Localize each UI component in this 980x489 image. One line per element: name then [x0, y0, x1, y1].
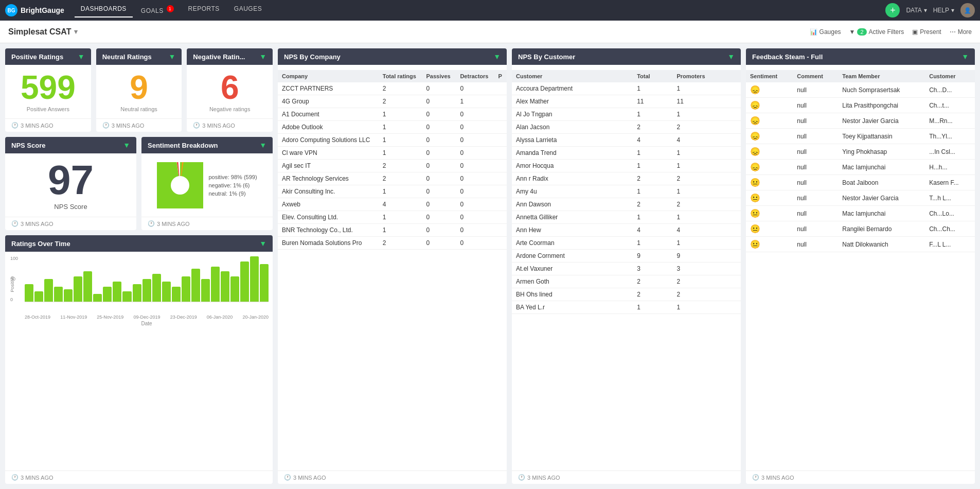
- table-row: 😐nullNestor Javier GarciaT...h L...: [746, 190, 975, 206]
- table-cell: 4: [633, 134, 672, 147]
- nps-filter-icon[interactable]: ▼: [123, 141, 130, 149]
- neutral-ratings-footer: 🕐 3 MINS AGO: [96, 118, 182, 132]
- present-btn[interactable]: ▣ Present: [912, 28, 941, 36]
- table-row: 😐nullBoat JaiboonKasern F...: [746, 175, 975, 190]
- table-row: Cl ware VPN100: [278, 147, 507, 160]
- table-row: Ann Hew44: [512, 224, 741, 237]
- table-row: A1 Document100: [278, 108, 507, 121]
- table-cell: Amor Hocqua: [512, 160, 633, 172]
- add-button[interactable]: +: [885, 3, 900, 18]
- team-member-cell: Rangilei Bernardo: [838, 221, 925, 237]
- table-cell: 0: [422, 134, 456, 147]
- table-cell: At.el Vaxuner: [512, 263, 633, 275]
- more-btn[interactable]: ⋯ More: [950, 28, 972, 36]
- feedback-table-scroll[interactable]: Sentiment Comment Team Member Customer 😞…: [746, 70, 975, 465]
- table-cell: 2: [379, 95, 422, 108]
- table-row: Arte Coorman11: [512, 237, 741, 250]
- table-cell: 0: [456, 134, 494, 147]
- table-cell: Amy 4u: [512, 185, 633, 198]
- sentiment-cell: 😞: [746, 160, 793, 175]
- team-member-cell: Nestor Javier Garcia: [838, 190, 925, 206]
- nps-customer-table-scroll[interactable]: Customer Total Promoters Accoura Departm…: [512, 70, 741, 465]
- sentiment-cell: 😐: [746, 237, 793, 252]
- nps-company-table-scroll[interactable]: Company Total ratings Passives Detractor…: [278, 70, 507, 465]
- chart-bar: [260, 264, 269, 302]
- ratings-filter-icon[interactable]: ▼: [259, 239, 266, 248]
- negative-ratings-body: 6 Negative ratings: [187, 65, 273, 118]
- chart-bar: [103, 287, 112, 302]
- table-row: Annetta Gilliker11: [512, 211, 741, 224]
- chart-bar: [201, 279, 210, 302]
- table-cell: 0: [422, 160, 456, 172]
- table-row: 😐nullNatt DilokwanichF...L L...: [746, 237, 975, 252]
- positive-filter-icon[interactable]: ▼: [78, 53, 85, 61]
- chart-bar: [240, 261, 249, 302]
- comment-cell: null: [793, 175, 838, 190]
- table-cell: 2: [633, 198, 672, 211]
- nps-by-company-widget: NPS By Company ▼ Company Total ratings P…: [278, 48, 507, 484]
- table-cell: 1: [633, 82, 672, 95]
- col-passives: Passives: [422, 70, 456, 82]
- nps-score-label: NPS Score: [54, 203, 87, 211]
- negative-filter-icon[interactable]: ▼: [259, 53, 266, 61]
- neutral-ratings-body: 9 Neutral ratings: [96, 65, 182, 118]
- sentiment-pie-chart: [157, 162, 203, 208]
- nps-by-customer-widget: NPS By Customer ▼ Customer Total Promote…: [512, 48, 741, 484]
- feedback-steam-header: Feedback Steam - Full ▼: [746, 48, 975, 65]
- avatar[interactable]: 👤: [960, 3, 975, 18]
- sentiment-cell: 😞: [746, 144, 793, 160]
- help-menu[interactable]: HELP ▾: [933, 7, 954, 14]
- team-member-cell: Boat Jaiboon: [838, 175, 925, 190]
- table-cell: 0: [422, 224, 456, 237]
- logo: BG BrightGauge: [5, 4, 64, 16]
- table-row: Elev. Consulting Ltd.100: [278, 211, 507, 224]
- logo-text: BrightGauge: [21, 6, 64, 14]
- table-cell: 2: [379, 160, 422, 172]
- table-cell: Ann Dawson: [512, 198, 633, 211]
- team-member-cell: Toey Kijpattanasin: [838, 129, 925, 144]
- ratings-footer: 🕐 3 MINS AGO: [5, 470, 273, 484]
- table-cell: 4: [672, 224, 741, 237]
- chart-x-label-item: 20-Jan-2020: [242, 315, 269, 320]
- sentiment-footer: 🕐 3 MINS AGO: [141, 217, 273, 230]
- team-member-cell: Mac Iamjunchai: [838, 160, 925, 175]
- active-filters-btn[interactable]: ▼ 2 Active Filters: [849, 28, 904, 36]
- neutral-ratings-value: 9: [130, 71, 148, 104]
- customer-cell: Ch...Ch...: [925, 221, 975, 237]
- positive-ratings-footer: 🕐 3 MINS AGO: [5, 118, 91, 132]
- table-row: Amy 4u11: [512, 185, 741, 198]
- nps-company-filter-icon[interactable]: ▼: [493, 53, 501, 61]
- table-cell: 2: [633, 275, 672, 288]
- table-row: Alex Mather1111: [512, 95, 741, 108]
- neutral-filter-icon[interactable]: ▼: [168, 53, 175, 61]
- table-row: 😞nullYing Phokhasap...In Csl...: [746, 144, 975, 160]
- table-cell: 1: [379, 224, 422, 237]
- chart-bar: [74, 276, 82, 302]
- middle-widgets: NPS Score ▼ 97 NPS Score 🕐 3 MINS AGO Se…: [5, 137, 273, 230]
- nps-company-footer: 🕐 3 MINS AGO: [278, 470, 507, 484]
- nps-customer-header: NPS By Customer ▼: [512, 48, 741, 65]
- sentiment-icon: 😞: [750, 149, 760, 156]
- chart-x-label-item: 11-Nov-2019: [60, 315, 87, 320]
- data-menu[interactable]: DATA ▾: [906, 7, 926, 14]
- nav-gauges[interactable]: GAUGES: [228, 3, 268, 18]
- nav-goals[interactable]: GOALS 1: [135, 3, 180, 18]
- table-cell: 1: [672, 160, 741, 172]
- subheader-actions: 📊 Gauges ▼ 2 Active Filters ▣ Present ⋯ …: [810, 28, 972, 36]
- gauges-btn[interactable]: 📊 Gauges: [810, 28, 841, 36]
- table-cell: 0: [422, 172, 456, 185]
- table-cell: 1: [633, 301, 672, 314]
- table-cell: Adobe Outlook: [278, 121, 379, 134]
- sentiment-filter-icon[interactable]: ▼: [259, 141, 266, 149]
- nps-score-body: 97 NPS Score: [5, 153, 136, 217]
- chart-bar: [25, 284, 33, 302]
- comment-cell: null: [793, 237, 838, 252]
- nav-reports[interactable]: REPORTS: [182, 3, 226, 18]
- table-row: Agil sec IT200: [278, 160, 507, 172]
- feedback-filter-icon[interactable]: ▼: [961, 53, 969, 61]
- ratings-over-time-header: Ratings Over Time ▼: [5, 235, 273, 252]
- nps-score-header: NPS Score ▼: [5, 137, 136, 153]
- legend-positive: positive: 98% (599): [208, 174, 257, 180]
- nav-dashboards[interactable]: DASHBOARDS: [75, 3, 133, 18]
- nps-customer-filter-icon[interactable]: ▼: [727, 53, 735, 61]
